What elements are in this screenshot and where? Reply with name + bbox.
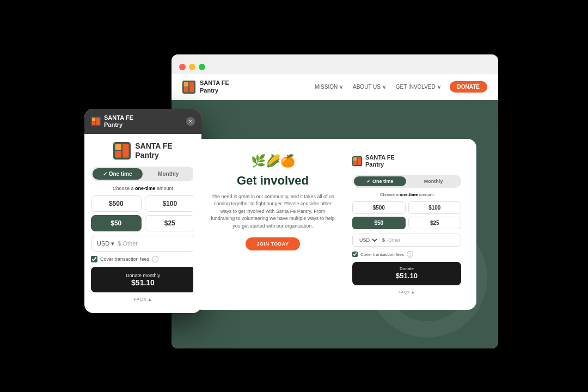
mobile-transaction-fee-row: Cover transaction fees i	[91, 256, 195, 262]
nav-logo-text: SANTA FE Pantry	[200, 79, 229, 94]
svg-rect-1	[184, 87, 189, 92]
svg-rect-15	[122, 144, 128, 158]
svg-rect-2	[184, 82, 189, 87]
amount-25[interactable]: $25	[408, 217, 462, 229]
transaction-fee-label: Cover transaction fees	[360, 252, 404, 257]
mobile-amount-50[interactable]: $50	[91, 215, 142, 231]
info-icon[interactable]: i	[407, 251, 413, 258]
nav-get-involved[interactable]: GET INVOLVED ∨	[396, 84, 441, 90]
svg-rect-7	[358, 157, 361, 165]
card-right-logo-text: SANTA FE Pantry	[365, 154, 395, 168]
amount-50[interactable]: $50	[352, 217, 406, 229]
desktop-browser: SANTA FE Pantry MISSION ∨ ABOUT US ∨ GET…	[171, 54, 498, 348]
card-logo-icon	[352, 156, 362, 166]
mobile-header: SANTA FE Pantry ✕	[84, 109, 201, 134]
transaction-fee-row: Cover transaction fees i	[352, 251, 461, 258]
donate-label: Donate	[357, 266, 457, 272]
donate-card: 🌿🌽🍊 Get involved The need is great in ou…	[193, 139, 476, 310]
nav-logo-icon	[182, 81, 195, 94]
card-right-logo: SANTA FE Pantry	[352, 154, 461, 168]
svg-rect-13	[115, 151, 121, 158]
mobile-currency-label[interactable]: USD ▾	[97, 240, 114, 247]
page-body: 🌿🌽🍊 Get involved The need is great in ou…	[171, 100, 498, 348]
mobile-inner-logo-text: SANTA FE Pantry	[135, 142, 172, 160]
mobile-donate-button[interactable]: Donate monthly $51.10	[91, 267, 195, 292]
navbar: SANTA FE Pantry MISSION ∨ ABOUT US ∨ GET…	[171, 74, 498, 100]
mobile-donate-sub: Donate monthly	[126, 273, 160, 278]
mobile-amount-25[interactable]: $25	[145, 215, 195, 231]
currency-row: USD $ Other	[352, 234, 461, 247]
join-today-button[interactable]: JOIN TODAY	[246, 237, 299, 250]
card-left: 🌿🌽🍊 Get involved The need is great in ou…	[209, 154, 337, 295]
nav-links: MISSION ∨ ABOUT US ∨ GET INVOLVED ∨	[315, 84, 441, 90]
mobile-one-time-toggle[interactable]: ✓ One time	[93, 168, 143, 180]
svg-rect-14	[115, 144, 121, 150]
mobile-header-logo: SANTA FE Pantry	[91, 114, 133, 128]
one-time-toggle[interactable]: ✓ One time	[354, 176, 406, 186]
amount-100[interactable]: $100	[408, 201, 462, 214]
nav-mission[interactable]: MISSION ∨	[315, 84, 343, 90]
mobile-donate-amount: $51.10	[96, 278, 189, 287]
other-input-label[interactable]: Other	[388, 237, 401, 243]
svg-rect-6	[353, 157, 357, 161]
transaction-fee-checkbox[interactable]	[352, 252, 358, 257]
mobile-header-text: SANTA FE Pantry	[104, 114, 133, 128]
expand-dot	[199, 64, 205, 70]
frequency-toggle-group: ✓ One time Monthly	[352, 175, 461, 188]
mobile-faqs-link[interactable]: FAQs ▲	[91, 297, 195, 305]
browser-chrome	[171, 54, 498, 74]
card-right: SANTA FE Pantry ✓ One time Monthly Choos…	[352, 154, 461, 295]
mobile-choose-label: Choose a one-time amount	[91, 186, 195, 191]
card-title: Get involved	[237, 174, 309, 188]
nav-donate-button[interactable]: DONATE	[450, 81, 487, 93]
donate-button[interactable]: Donate $51.10	[352, 262, 461, 285]
mobile-frequency-toggle: ✓ One time Monthly	[91, 167, 195, 181]
mobile-currency-row: USD ▾ $ Other	[91, 236, 195, 252]
nav-about[interactable]: ABOUT US ∨	[353, 84, 386, 90]
card-description: The need is great in our community, and …	[209, 193, 337, 230]
faqs-link[interactable]: FAQs ▲	[352, 290, 461, 295]
card-icons: 🌿🌽🍊	[251, 154, 295, 168]
svg-rect-3	[189, 82, 194, 92]
mobile-close-button[interactable]: ✕	[186, 117, 195, 126]
amount-500[interactable]: $500	[352, 201, 406, 214]
mobile-transaction-fee-checkbox[interactable]	[91, 256, 97, 262]
mobile-amount-grid: $500 $100 $50 $25	[91, 195, 195, 231]
svg-rect-10	[92, 118, 95, 121]
donate-amount: $51.10	[357, 272, 457, 281]
mobile-header-logo-icon	[91, 117, 101, 126]
mobile-inner-logo: SANTA FE Pantry	[91, 142, 195, 160]
svg-rect-11	[96, 118, 100, 125]
mobile-overlay: SANTA FE Pantry ✕ SANTA FE Pantry ✓ One …	[84, 109, 201, 313]
mobile-transaction-fee-label: Cover transaction fees	[100, 256, 149, 262]
svg-rect-9	[92, 121, 95, 125]
svg-rect-5	[353, 161, 357, 165]
monthly-toggle[interactable]: Monthly	[407, 176, 460, 186]
mobile-info-icon[interactable]: i	[152, 256, 158, 262]
minimize-dot	[189, 64, 195, 70]
mobile-monthly-toggle[interactable]: Monthly	[144, 168, 194, 180]
close-dot	[179, 64, 186, 70]
mobile-inner-logo-icon	[113, 142, 131, 160]
choose-amount-label: Choose a one-time amount	[352, 192, 461, 197]
currency-select[interactable]: USD	[357, 237, 379, 243]
nav-logo: SANTA FE Pantry	[182, 79, 229, 94]
amount-grid: $500 $100 $50 $25	[352, 201, 461, 229]
mobile-body: SANTA FE Pantry ✓ One time Monthly Choos…	[84, 134, 201, 313]
mobile-amount-100[interactable]: $100	[145, 195, 195, 212]
mobile-amount-500[interactable]: $500	[91, 195, 142, 212]
browser-content: SANTA FE Pantry MISSION ∨ ABOUT US ∨ GET…	[171, 74, 498, 348]
